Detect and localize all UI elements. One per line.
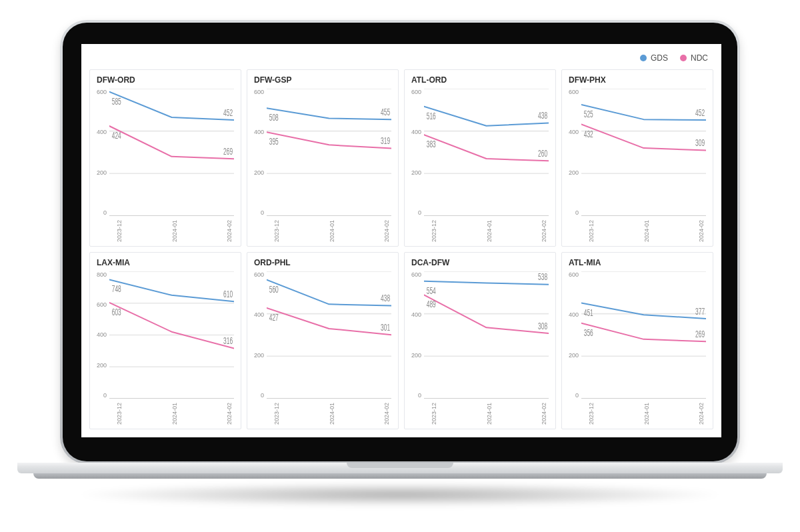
- chart-card-atl-ord: ATL-ORD60040020005164383832602023-122024…: [404, 69, 556, 247]
- svg-text:316: 316: [223, 335, 233, 346]
- y-tick-label: 0: [103, 209, 107, 216]
- y-axis: 6004002000: [411, 89, 424, 216]
- y-tick-label: 0: [261, 209, 264, 216]
- laptop-mockup: GDS NDC DFW-ORD6004002000585452424269202…: [0, 0, 800, 532]
- y-tick-label: 200: [411, 169, 421, 176]
- y-tick-label: 400: [569, 129, 579, 135]
- y-tick-label: 600: [254, 271, 264, 278]
- svg-text:424: 424: [112, 130, 121, 141]
- legend-dot-ndc: [680, 55, 687, 61]
- x-tick-label: 2024-02: [384, 403, 390, 425]
- svg-text:748: 748: [112, 283, 121, 294]
- svg-text:395: 395: [269, 136, 279, 147]
- y-axis: 6004002000: [254, 89, 267, 216]
- y-tick-label: 400: [569, 311, 579, 318]
- y-tick-label: 400: [254, 311, 264, 318]
- svg-text:451: 451: [584, 307, 593, 317]
- svg-text:308: 308: [538, 320, 547, 331]
- chart-card-dfw-phx: DFW-PHX60040020005254524323092023-122024…: [561, 69, 713, 247]
- x-tick-label: 2023-12: [589, 403, 595, 425]
- x-tick-label: 2024-02: [384, 220, 390, 242]
- plot-area: 451377356269: [581, 271, 706, 399]
- chart-title: DFW-GSP: [254, 75, 391, 85]
- svg-text:269: 269: [695, 329, 705, 339]
- x-tick-label: 2024-02: [699, 403, 705, 425]
- x-tick-label: 2023-12: [117, 220, 123, 242]
- x-tick-label: 2024-02: [541, 220, 547, 242]
- x-tick-label: 2024-01: [487, 220, 493, 242]
- x-tick-label: 2023-12: [274, 220, 280, 242]
- chart-grid: DFW-ORD60040020005854524242692023-122024…: [89, 69, 713, 429]
- legend-item-ndc: NDC: [680, 53, 708, 63]
- x-tick-label: 2024-01: [644, 403, 650, 425]
- legend-dot-gds: [640, 55, 647, 61]
- svg-text:585: 585: [112, 95, 121, 106]
- y-tick-label: 600: [569, 271, 579, 278]
- chart-legend: GDS NDC: [89, 51, 713, 69]
- chart-card-lax-mia: LAX-MIA80060040020007486106033162023-122…: [89, 252, 241, 429]
- svg-text:319: 319: [381, 135, 390, 146]
- svg-text:508: 508: [269, 112, 279, 123]
- svg-text:260: 260: [538, 147, 547, 158]
- legend-label-ndc: NDC: [691, 53, 708, 63]
- x-tick-label: 2023-12: [589, 220, 595, 242]
- y-tick-label: 600: [569, 89, 579, 95]
- y-tick-label: 600: [254, 89, 264, 95]
- svg-text:301: 301: [381, 321, 390, 332]
- svg-text:432: 432: [584, 128, 593, 139]
- x-tick-label: 2024-02: [227, 220, 233, 242]
- y-tick-label: 0: [103, 392, 107, 399]
- svg-text:610: 610: [223, 289, 233, 299]
- x-tick-label: 2023-12: [431, 220, 437, 242]
- laptop-frame: GDS NDC DFW-ORD6004002000585452424269202…: [60, 20, 740, 477]
- y-tick-label: 400: [411, 129, 421, 135]
- chart-title: LAX-MIA: [97, 258, 234, 267]
- y-tick-label: 200: [254, 169, 264, 176]
- y-tick-label: 400: [411, 311, 421, 318]
- y-tick-label: 0: [418, 392, 421, 399]
- x-tick-label: 2023-12: [117, 403, 123, 425]
- x-tick-label: 2024-02: [699, 220, 705, 242]
- y-axis: 6004002000: [254, 271, 267, 399]
- y-tick-label: 600: [411, 89, 421, 95]
- y-tick-label: 0: [418, 209, 421, 216]
- y-tick-label: 200: [97, 362, 107, 369]
- chart-title: DFW-ORD: [97, 75, 234, 85]
- svg-text:560: 560: [269, 283, 279, 294]
- plot-area: 508455395319: [267, 89, 391, 216]
- chart-title: ORD-PHL: [254, 258, 391, 267]
- x-axis: 2023-122024-012024-02: [254, 216, 391, 242]
- y-tick-label: 600: [411, 271, 421, 278]
- y-axis: 6004002000: [411, 271, 424, 399]
- y-tick-label: 200: [569, 352, 579, 359]
- y-axis: 6004002000: [569, 89, 581, 216]
- dashboard-screen: GDS NDC DFW-ORD6004002000585452424269202…: [81, 44, 721, 437]
- svg-text:455: 455: [381, 106, 390, 117]
- legend-label-gds: GDS: [651, 53, 668, 63]
- chart-card-dca-dfw: DCA-DFW60040020005545384893082023-122024…: [404, 252, 556, 429]
- x-tick-label: 2024-01: [329, 403, 335, 425]
- svg-text:452: 452: [695, 107, 705, 117]
- plot-area: 585452424269: [109, 89, 234, 216]
- x-axis: 2023-122024-012024-02: [569, 216, 706, 242]
- y-tick-label: 0: [575, 392, 579, 399]
- plot-area: 748610603316: [109, 271, 234, 399]
- x-tick-label: 2024-01: [172, 403, 178, 425]
- y-tick-label: 0: [261, 392, 264, 399]
- y-axis: 8006004002000: [97, 271, 109, 399]
- x-tick-label: 2023-12: [431, 403, 437, 425]
- legend-item-gds: GDS: [640, 53, 668, 63]
- x-tick-label: 2024-01: [329, 220, 335, 242]
- x-axis: 2023-122024-012024-02: [569, 399, 706, 425]
- plot-area: 560438427301: [267, 271, 391, 399]
- svg-text:489: 489: [427, 299, 436, 309]
- chart-title: ATL-ORD: [411, 75, 549, 85]
- x-tick-label: 2024-02: [227, 403, 233, 425]
- y-tick-label: 600: [97, 301, 107, 308]
- y-tick-label: 0: [575, 209, 579, 216]
- y-tick-label: 600: [97, 89, 107, 95]
- svg-text:427: 427: [269, 312, 279, 323]
- x-axis: 2023-122024-012024-02: [254, 399, 391, 425]
- chart-card-dfw-gsp: DFW-GSP60040020005084553953192023-122024…: [247, 69, 399, 247]
- svg-text:377: 377: [695, 305, 705, 316]
